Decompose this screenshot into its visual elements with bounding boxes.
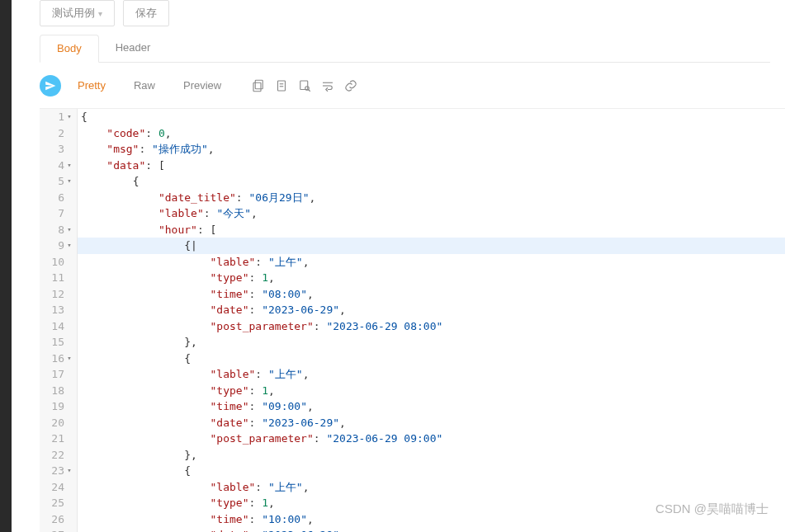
code-line[interactable]: },	[78, 447, 785, 464]
gutter-line: 8▾	[46, 222, 73, 238]
code-line[interactable]: "data": [	[78, 158, 785, 174]
tab-header[interactable]: Header	[99, 35, 168, 62]
link-icon[interactable]	[343, 78, 358, 93]
code-line[interactable]: },	[78, 334, 785, 351]
svg-rect-2	[278, 81, 286, 91]
gutter-line: 23▾	[46, 463, 73, 479]
gutter-line: 7	[46, 205, 73, 222]
save-button[interactable]: 保存	[123, 0, 169, 26]
gutter-line: 6	[46, 190, 73, 206]
search-icon[interactable]	[297, 78, 312, 93]
view-raw[interactable]: Raw	[122, 74, 167, 97]
response-tabs: Body Header	[40, 35, 770, 63]
tab-body[interactable]: Body	[40, 35, 99, 63]
clipboard-icon[interactable]	[274, 78, 289, 93]
gutter-line: 3	[46, 141, 73, 158]
gutter-line: 24	[46, 479, 73, 496]
code-line[interactable]: {	[78, 109, 785, 125]
gutter-line: 12	[46, 286, 73, 303]
view-pretty[interactable]: Pretty	[66, 74, 117, 97]
gutter-line: 14	[46, 318, 73, 335]
gutter-line: 20	[46, 415, 73, 431]
fold-icon[interactable]: ▾	[66, 465, 73, 477]
svg-line-7	[309, 89, 310, 91]
gutter-line: 5▾	[46, 173, 73, 190]
code-line[interactable]: "type": 1,	[78, 270, 785, 286]
code-line[interactable]: {	[78, 351, 785, 367]
fold-icon[interactable]: ▾	[66, 353, 73, 365]
code-line[interactable]: "lable": "上午",	[78, 254, 785, 271]
gutter-line: 11	[46, 270, 73, 286]
code-line[interactable]: "post_parameter": "2023-06-29 09:00"	[78, 431, 785, 447]
code-line[interactable]: "type": 1,	[78, 383, 785, 399]
code-line[interactable]: "hour": [	[78, 222, 785, 238]
svg-rect-0	[255, 80, 262, 89]
code-line[interactable]: {	[78, 173, 785, 190]
save-label: 保存	[135, 6, 157, 21]
copy-icon[interactable]	[251, 78, 266, 93]
line-gutter: 1▾234▾5▾678▾9▾10111213141516▾17181920212…	[40, 109, 78, 532]
gutter-line: 16▾	[46, 351, 73, 367]
code-line[interactable]: "msg": "操作成功",	[78, 141, 785, 158]
chevron-down-icon: ▾	[98, 9, 102, 18]
gutter-line: 4▾	[46, 158, 73, 174]
gutter-line: 26	[46, 511, 73, 528]
code-line[interactable]: "date": "2023-06-29",	[78, 302, 785, 318]
svg-rect-1	[253, 82, 261, 92]
fold-icon[interactable]: ▾	[66, 240, 73, 252]
code-line[interactable]: "code": 0,	[78, 125, 785, 142]
gutter-line: 2	[46, 125, 73, 142]
code-line[interactable]: "lable": "今天",	[78, 205, 785, 222]
code-line[interactable]: "post_parameter": "2023-06-29 08:00"	[78, 318, 785, 335]
gutter-line: 17	[46, 366, 73, 383]
fold-icon[interactable]: ▾	[66, 176, 73, 187]
gutter-line: 22	[46, 447, 73, 464]
code-line[interactable]: "type": 1,	[78, 495, 785, 511]
test-case-button[interactable]: 测试用例 ▾	[40, 0, 115, 26]
gutter-line: 21	[46, 431, 73, 447]
gutter-line: 18	[46, 383, 73, 399]
gutter-line: 13	[46, 302, 73, 318]
view-preview[interactable]: Preview	[172, 74, 233, 97]
code-line[interactable]: "date": "2023-06-29",	[78, 527, 785, 532]
code-line[interactable]: "time": "08:00",	[78, 286, 785, 303]
test-case-label: 测试用例	[52, 6, 95, 21]
code-editor[interactable]: 1▾234▾5▾678▾9▾10111213141516▾17181920212…	[40, 108, 785, 532]
gutter-line: 27	[46, 527, 73, 532]
left-dark-strip	[0, 0, 12, 532]
code-content[interactable]: { "code": 0, "msg": "操作成功", "data": [ { …	[78, 109, 785, 532]
code-line[interactable]: "lable": "上午",	[78, 366, 785, 383]
code-line[interactable]: {|	[78, 238, 785, 254]
gutter-line: 1▾	[46, 109, 73, 125]
gutter-line: 9▾	[46, 238, 73, 254]
gutter-line: 10	[46, 254, 73, 271]
send-icon[interactable]	[40, 75, 61, 97]
fold-icon[interactable]: ▾	[66, 111, 73, 123]
svg-rect-5	[300, 81, 308, 90]
code-line[interactable]: "date": "2023-06-29",	[78, 415, 785, 431]
gutter-line: 25	[46, 495, 73, 511]
code-line[interactable]: "time": "10:00",	[78, 511, 785, 528]
wrap-icon[interactable]	[320, 78, 335, 93]
code-line[interactable]: "date_title": "06月29日",	[78, 190, 785, 206]
code-line[interactable]: "time": "09:00",	[78, 398, 785, 415]
code-line[interactable]: "lable": "上午",	[78, 479, 785, 496]
gutter-line: 19	[46, 398, 73, 415]
fold-icon[interactable]: ▾	[66, 224, 73, 236]
code-line[interactable]: {	[78, 463, 785, 479]
fold-icon[interactable]: ▾	[66, 160, 73, 172]
gutter-line: 15	[46, 334, 73, 351]
